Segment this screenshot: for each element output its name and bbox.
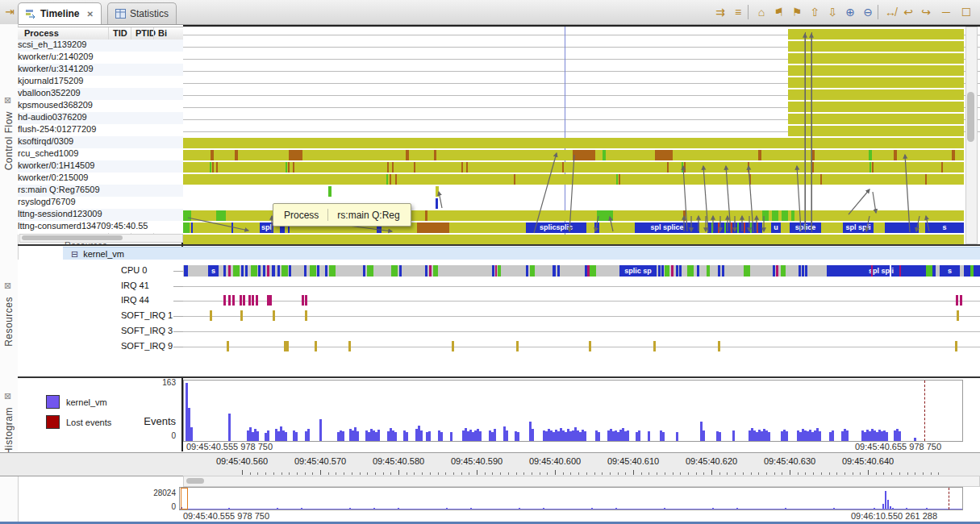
irq-event-tick <box>960 295 962 306</box>
process-row[interactable]: kjournald175209 <box>18 76 183 88</box>
resources-close-icon[interactable]: ⊠ <box>4 281 11 291</box>
timeline-row[interactable] <box>183 89 980 100</box>
process-row[interactable]: rs:main Q:Reg76509 <box>18 185 183 197</box>
next-bookmark-icon[interactable]: ⚑ <box>789 4 805 20</box>
process-row[interactable]: rcu_sched1009 <box>18 148 183 160</box>
follow-time-icon[interactable]: ⇉ <box>712 4 728 20</box>
zoom-in-icon[interactable]: ⊕ <box>842 4 858 20</box>
state-segment <box>788 29 964 40</box>
process-row[interactable]: hd-audio0376209 <box>18 112 183 124</box>
timeline-row[interactable] <box>183 53 980 64</box>
move-down-icon[interactable]: ⇩ <box>824 4 840 20</box>
state-segment <box>288 162 290 173</box>
move-up-icon[interactable]: ⇧ <box>807 4 823 20</box>
state-segment <box>885 222 919 233</box>
overview-marker-line <box>949 488 949 509</box>
follow-next-event-icon[interactable]: ↪ <box>918 4 934 20</box>
tab-timeline-close-icon[interactable]: ✕ <box>86 10 93 19</box>
process-row[interactable]: vballoon352209 <box>18 88 183 100</box>
timeline-row[interactable] <box>183 235 980 244</box>
process-tid: 376 <box>57 112 72 122</box>
column-birth[interactable]: Bi <box>158 28 167 38</box>
axis-minor-tick <box>485 472 486 475</box>
axis-minor-tick <box>281 472 282 475</box>
timeline-row[interactable] <box>183 126 980 136</box>
previous-bookmark-icon[interactable]: ⚑ <box>771 4 787 20</box>
process-row[interactable]: flush-254:01277209 <box>18 124 183 136</box>
timeline-hscrollbar-thumb[interactable] <box>186 478 204 484</box>
resources-chart[interactable]: ssplic spspl splis <box>183 260 980 376</box>
state-segment <box>925 174 927 185</box>
timeline-row[interactable] <box>183 150 980 160</box>
legend-list-icon[interactable]: ≡ <box>730 4 746 20</box>
process-row[interactable]: lttng-sessiond123009 <box>18 209 183 221</box>
time-axis[interactable]: 09:45:40.56009:45:40.57009:45:40.58009:4… <box>0 452 980 476</box>
process-table[interactable]: Process TID PTID Bi scsi_eh_1139209kwork… <box>18 27 183 235</box>
follow-previous-event-icon[interactable]: ↩ <box>900 4 916 20</box>
lost-events-legend-swatch <box>46 415 60 429</box>
column-process[interactable]: Process <box>24 28 59 38</box>
process-row[interactable]: kworker/u:3141209 <box>18 64 183 76</box>
process-row[interactable]: lttng-consumerd134709:45:40.55 <box>18 221 183 233</box>
overview-selection-window[interactable] <box>181 488 188 509</box>
state-segment <box>466 162 468 173</box>
resource-row-label[interactable]: SOFT_IRQ 1 <box>121 310 173 320</box>
collapse-icon[interactable]: ⊟ <box>71 249 78 260</box>
state-segment <box>597 210 613 221</box>
resource-row-label[interactable]: SOFT_IRQ 9 <box>121 341 173 351</box>
label-guide-line <box>173 301 183 302</box>
process-row[interactable]: kworker/0:215009 <box>18 173 183 185</box>
resource-row-label[interactable]: IRQ 44 <box>121 295 149 305</box>
timeline-row[interactable] <box>183 162 980 173</box>
axis-minor-tick <box>798 472 799 475</box>
tab-statistics[interactable]: Statistics <box>107 2 177 24</box>
tab-timeline[interactable]: Timeline ✕ <box>18 2 102 24</box>
zoom-out-icon[interactable]: ⊖ <box>860 4 876 20</box>
timeline-row[interactable] <box>183 114 980 124</box>
process-row[interactable]: kworker/0:1H14509 <box>18 160 183 173</box>
resource-row-label[interactable]: SOFT_IRQ 3 <box>121 326 173 335</box>
timeline-row[interactable] <box>183 102 980 112</box>
process-table-header[interactable]: Process TID PTID Bi <box>18 27 183 40</box>
control-flow-close-icon[interactable]: ⊠ <box>4 95 11 106</box>
resource-row-label[interactable]: CPU 0 <box>121 265 147 275</box>
process-row[interactable]: rsyslogd76709 <box>18 197 183 209</box>
timeline-row[interactable] <box>183 65 980 76</box>
timeline-row[interactable] <box>183 138 980 148</box>
maximize-icon[interactable]: ☐ <box>958 4 974 20</box>
timeline-row[interactable] <box>183 77 980 88</box>
hide-arrows-icon[interactable]: ↮ <box>882 4 899 20</box>
histogram-bar <box>377 430 380 441</box>
cpu-state-segment <box>228 265 231 277</box>
axis-minor-tick <box>657 472 657 475</box>
axis-minor-tick <box>407 472 407 475</box>
state-segment <box>231 222 233 233</box>
axis-minor-tick <box>610 472 611 475</box>
process-row[interactable]: scsi_eh_1139209 <box>18 40 183 52</box>
timeline-row[interactable] <box>183 174 980 185</box>
cpu0-row[interactable]: ssplic spspl splis <box>183 265 980 277</box>
histogram-bar <box>428 431 431 441</box>
view-menu-icon[interactable]: ⇥ <box>2 3 18 19</box>
timeline-row[interactable] <box>183 41 980 52</box>
process-row[interactable]: kpsmoused368209 <box>18 100 183 112</box>
axis-minor-tick <box>907 472 908 475</box>
cpu-state-segment <box>425 265 427 277</box>
timeline-hscrollbar[interactable] <box>183 476 980 487</box>
home-icon[interactable]: ⌂ <box>753 4 769 20</box>
control-flow-vscrollbar-thumb[interactable] <box>967 92 974 142</box>
cpu-state-segment <box>317 265 319 277</box>
timeline-row[interactable] <box>183 186 980 197</box>
minimize-icon[interactable]: ─ <box>938 4 954 20</box>
cpu-state-segment <box>233 265 240 277</box>
process-row[interactable]: kworker/u:2140209 <box>18 52 183 64</box>
histogram-bar <box>627 430 629 441</box>
histogram-close-icon[interactable]: ⊠ <box>4 391 11 401</box>
histogram-chart[interactable] <box>183 380 963 442</box>
process-row[interactable]: ksoftirqd/0309 <box>18 136 183 148</box>
overview-chart[interactable] <box>179 487 963 510</box>
control-flow-vscrollbar[interactable] <box>965 27 978 244</box>
resource-row-label[interactable]: IRQ 41 <box>121 281 149 290</box>
timeline-row[interactable] <box>183 29 980 40</box>
column-tid[interactable]: TID <box>113 28 127 38</box>
